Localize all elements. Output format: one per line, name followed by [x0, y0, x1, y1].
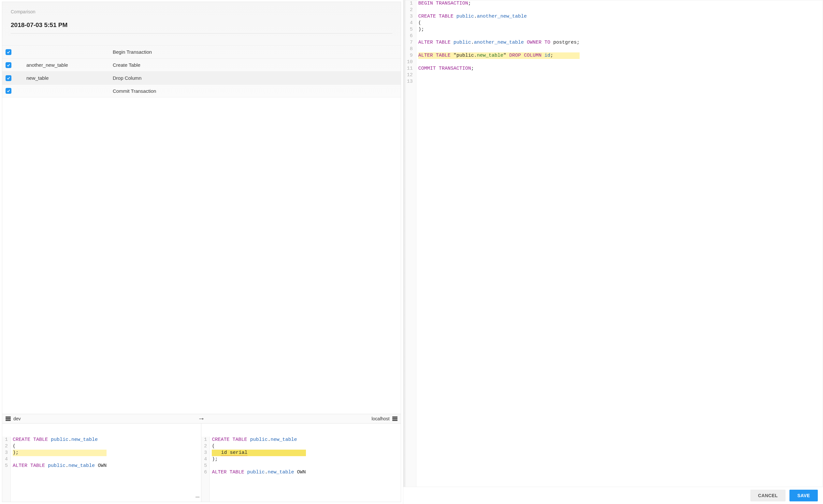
divider — [11, 33, 392, 33]
comparison-timestamp: 2018-07-03 5:51 PM — [11, 21, 392, 33]
diff-panel: dev → localhost 12345 CREATE TABLE publi… — [2, 97, 401, 502]
operation-row[interactable]: Commit Transaction — [2, 84, 401, 97]
server-icon — [392, 417, 397, 421]
checkbox[interactable] — [6, 75, 11, 81]
connection-right-label: localhost — [371, 416, 389, 421]
checkbox[interactable] — [6, 49, 11, 55]
operation-action: Begin Transaction — [113, 49, 152, 55]
operation-row[interactable]: new_tableDrop Column — [2, 71, 401, 84]
app-root: Comparison 2018-07-03 5:51 PM Begin Tran… — [0, 0, 823, 504]
connection-bar: dev → localhost — [2, 414, 401, 424]
arrow-right-icon: → — [198, 415, 205, 423]
comparison-label: Comparison — [11, 9, 392, 14]
operation-name: new_table — [26, 75, 113, 81]
operation-action: Create Table — [113, 62, 140, 68]
comparison-card: Comparison 2018-07-03 5:51 PM Begin Tran… — [2, 2, 401, 97]
left-panel: Comparison 2018-07-03 5:51 PM Begin Tran… — [0, 0, 403, 504]
save-button[interactable]: SAVE — [790, 490, 818, 501]
operation-row[interactable]: Begin Transaction — [2, 45, 401, 58]
connection-left-label: dev — [13, 416, 21, 421]
operation-name: another_new_table — [26, 62, 113, 68]
cancel-button[interactable]: CANCEL — [750, 490, 786, 501]
diff-view: 12345 CREATE TABLE public.new_table();AL… — [2, 424, 401, 502]
server-icon — [6, 417, 11, 421]
right-panel: 12345678910111213 BEGIN TRANSACTION;CREA… — [403, 0, 823, 504]
checkbox[interactable] — [6, 88, 11, 94]
operation-row[interactable]: another_new_tableCreate Table — [2, 58, 401, 71]
sql-editor[interactable]: 12345678910111213 BEGIN TRANSACTION;CREA… — [403, 0, 823, 487]
operation-action: Commit Transaction — [113, 88, 156, 94]
diff-right[interactable]: 123456 CREATE TABLE public.new_table(id … — [201, 424, 400, 502]
operation-action: Drop Column — [113, 75, 141, 81]
swap-icon[interactable]: ⇒⇐ — [195, 494, 200, 500]
diff-left[interactable]: 12345 CREATE TABLE public.new_table();AL… — [2, 424, 201, 502]
operation-list: Begin Transactionanother_new_tableCreate… — [2, 45, 401, 97]
checkbox[interactable] — [6, 62, 11, 68]
button-bar: CANCEL SAVE — [403, 487, 823, 504]
